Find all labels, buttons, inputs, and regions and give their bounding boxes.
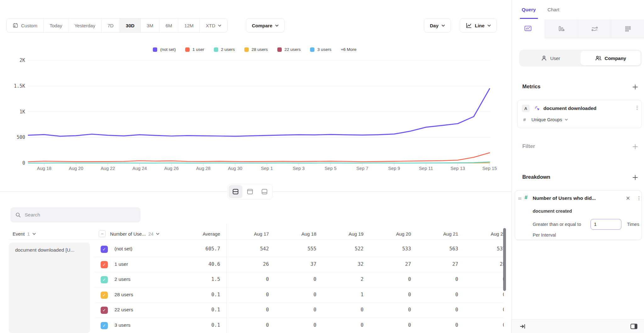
compare-button[interactable]: Compare <box>246 18 285 33</box>
table-row[interactable]: ✓3 users0.1000000 <box>94 318 504 333</box>
interval-dropdown[interactable]: Day <box>424 18 451 33</box>
tab-query[interactable]: Query <box>522 7 536 13</box>
legend-item[interactable]: 2 users <box>214 47 235 52</box>
row-checkbox[interactable]: ✓ <box>101 292 108 299</box>
group-column-header[interactable]: Number of Use... 24 <box>110 231 159 237</box>
toggle-company[interactable]: Company <box>580 51 641 65</box>
cell-value: 0 <box>411 307 458 313</box>
row-checkbox[interactable]: ✓ <box>101 307 108 314</box>
table-row[interactable]: ✓(not set)605.7542555522533563537 <box>94 242 504 257</box>
close-icon[interactable]: ✕ <box>626 195 630 202</box>
row-label: 28 users <box>114 292 133 298</box>
event-count: 1 <box>27 231 30 237</box>
metric-menu-button[interactable]: ⋮ <box>635 105 640 110</box>
range-today[interactable]: Today <box>44 19 69 32</box>
user-company-toggle: User Company <box>519 50 642 67</box>
layout-split-button[interactable] <box>229 185 242 198</box>
line-chart-icon <box>466 22 472 29</box>
breakdown-title: Number of Users who did... <box>533 195 596 201</box>
add-metric-button[interactable] <box>632 84 639 90</box>
table-row[interactable]: ✓2 users1.5002000 <box>94 272 504 287</box>
average-column-header: Average <box>173 231 220 237</box>
table-row[interactable]: ✓22 users0.1000000 <box>94 303 504 318</box>
legend-swatch <box>244 47 249 52</box>
tab-chart[interactable]: Chart <box>547 7 559 13</box>
cell-value: 0 <box>411 276 458 282</box>
range-6m[interactable]: 6M <box>159 19 178 32</box>
metric-name: document downloaded <box>543 106 597 111</box>
query-panel: Query Chart <box>511 0 644 333</box>
range-yesterday[interactable]: Yesterday <box>69 19 102 32</box>
numeric-property-icon: # <box>525 194 527 201</box>
legend-swatch <box>310 47 314 52</box>
range-12m[interactable]: 12M <box>178 19 200 32</box>
times-input[interactable] <box>591 219 621 230</box>
row-checkbox[interactable]: ✓ <box>101 322 108 329</box>
cell-value: 0 <box>411 292 458 298</box>
drag-handle-icon[interactable] <box>518 197 522 201</box>
user-icon <box>541 55 547 61</box>
cell-value: 2 <box>316 276 364 282</box>
legend-item[interactable]: 28 users <box>244 47 268 52</box>
series-line--not-set-[interactable] <box>28 89 490 136</box>
chart-style-dropdown[interactable]: Line <box>460 18 497 33</box>
table-row[interactable]: ✓28 users0.1001000 <box>94 287 504 303</box>
chart-type-flow-tab[interactable] <box>578 19 611 38</box>
legend-swatch <box>214 47 218 52</box>
breakdown-menu-button[interactable]: ⋮ <box>636 196 641 201</box>
vertical-scrollbar[interactable] <box>503 228 506 291</box>
add-filter-button[interactable] <box>632 143 639 150</box>
date-column-header: Aug 17 <box>222 231 269 237</box>
legend-item[interactable]: 3 users <box>310 47 331 52</box>
chart-style-label: Line <box>475 23 485 28</box>
event-column-header[interactable]: Event 1 <box>13 231 36 237</box>
search-input[interactable] <box>25 212 136 218</box>
toggle-right-panel-icon[interactable] <box>630 323 638 330</box>
chart-type-matrix-tab[interactable] <box>611 19 644 38</box>
collapse-panel-icon[interactable] <box>519 323 526 330</box>
chart-type-funnel-tab[interactable] <box>545 19 578 38</box>
x-tick-label: Sep 15 <box>475 166 504 171</box>
split-view-icon <box>232 188 239 195</box>
aggregation-dropdown[interactable]: Unique Groups <box>531 117 568 122</box>
chart-type-line-tab[interactable] <box>512 19 545 38</box>
breakdown-card[interactable]: # Number of Users who did... ✕ ⋮ documen… <box>515 190 642 240</box>
row-checkbox[interactable]: ✓ <box>101 276 108 283</box>
table-row[interactable]: ✓1 user40.6263732272728 <box>94 257 504 272</box>
toggle-user[interactable]: User <box>520 51 580 65</box>
range-30d[interactable]: 30D <box>120 19 141 32</box>
legend-item[interactable]: 1 user <box>185 47 204 52</box>
add-breakdown-button[interactable] <box>632 174 639 181</box>
layout-bottom-button[interactable] <box>258 185 271 198</box>
layout-top-button[interactable] <box>243 185 257 198</box>
range-xtd[interactable]: XTD <box>200 19 227 32</box>
x-tick-label: Sep 7 <box>348 166 376 171</box>
breakdown-heading: Breakdown <box>522 174 550 180</box>
top-view-icon <box>247 188 253 195</box>
series-line-2-users[interactable] <box>28 162 490 163</box>
header-divider <box>9 239 504 240</box>
funnel-bars-icon <box>558 25 565 32</box>
row-checkbox[interactable]: ✓ <box>101 246 108 253</box>
legend-more[interactable]: +6 More <box>341 47 357 52</box>
range-3m[interactable]: 3M <box>141 19 160 32</box>
range-7d[interactable]: 7D <box>102 19 120 32</box>
date-range-group: CustomTodayYesterday7D30D3M6M12MXTD <box>6 18 228 33</box>
event-row[interactable]: document downloaded [U... <box>9 243 90 333</box>
line-chart[interactable] <box>0 58 511 168</box>
legend-item[interactable]: (not set) <box>153 47 176 52</box>
breakdown-condition: Greater than or equal to <box>533 222 581 227</box>
x-tick-label: Aug 20 <box>62 166 90 171</box>
x-tick-label: Aug 24 <box>125 166 154 171</box>
search-box[interactable] <box>10 207 141 222</box>
metric-card[interactable]: A document downloaded ⋮ # Unique Groups <box>517 100 642 128</box>
range-label: 30D <box>126 23 135 28</box>
select-all-checkbox[interactable]: − <box>99 230 106 237</box>
bottom-view-icon <box>261 188 268 195</box>
x-tick-label: Sep 11 <box>412 166 440 171</box>
row-checkbox[interactable]: ✓ <box>101 261 108 268</box>
legend-item[interactable]: 22 users <box>277 47 301 52</box>
chevron-down-icon <box>32 233 36 235</box>
range-custom[interactable]: Custom <box>7 19 44 32</box>
series-line-1-user[interactable] <box>28 153 490 162</box>
